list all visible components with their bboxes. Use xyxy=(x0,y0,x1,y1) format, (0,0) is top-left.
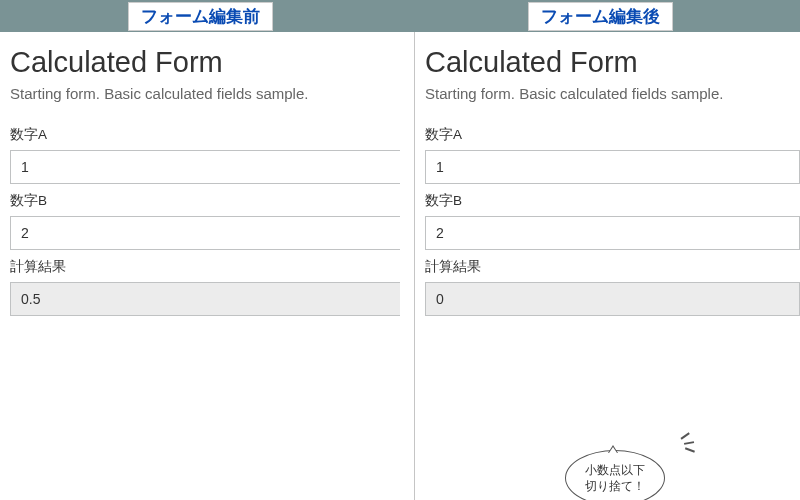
header-right: フォーム編集後 xyxy=(400,0,800,32)
form-subtitle: Starting form. Basic calculated fields s… xyxy=(10,85,400,102)
header-right-label: フォーム編集後 xyxy=(528,2,673,31)
header-left-label: フォーム編集前 xyxy=(128,2,273,31)
bubble-tail-icon xyxy=(608,445,618,453)
form-title: Calculated Form xyxy=(425,46,800,79)
form-subtitle: Starting form. Basic calculated fields s… xyxy=(425,85,800,102)
field-b-label: 数字B xyxy=(10,192,400,210)
pane-after: Calculated Form Starting form. Basic cal… xyxy=(414,32,800,500)
field-result-label: 計算結果 xyxy=(10,258,400,276)
pane-before: Calculated Form Starting form. Basic cal… xyxy=(0,32,414,500)
form-title: Calculated Form xyxy=(10,46,400,79)
field-result-output xyxy=(10,282,400,316)
field-result: 計算結果 xyxy=(10,258,400,316)
field-a: 数字A xyxy=(425,126,800,184)
field-result-label: 計算結果 xyxy=(425,258,800,276)
field-b-label: 数字B xyxy=(425,192,800,210)
speech-bubble: 小数点以下 切り捨て！ xyxy=(565,450,665,500)
bubble-line1: 小数点以下 xyxy=(585,462,645,478)
field-a-label: 数字A xyxy=(10,126,400,144)
field-a-input[interactable] xyxy=(10,150,400,184)
field-result-output xyxy=(425,282,800,316)
field-b-input[interactable] xyxy=(10,216,400,250)
header-left: フォーム編集前 xyxy=(0,0,400,32)
annotation-bubble: 小数点以下 切り捨て！ xyxy=(565,450,665,500)
bubble-line2: 切り捨て！ xyxy=(585,478,645,494)
field-b-input[interactable] xyxy=(425,216,800,250)
header-bar: フォーム編集前 フォーム編集後 xyxy=(0,0,800,32)
comparison-panes: Calculated Form Starting form. Basic cal… xyxy=(0,32,800,500)
field-b: 数字B xyxy=(10,192,400,250)
field-b: 数字B xyxy=(425,192,800,250)
field-a: 数字A xyxy=(10,126,400,184)
field-result: 計算結果 xyxy=(425,258,800,316)
field-a-label: 数字A xyxy=(425,126,800,144)
field-a-input[interactable] xyxy=(425,150,800,184)
